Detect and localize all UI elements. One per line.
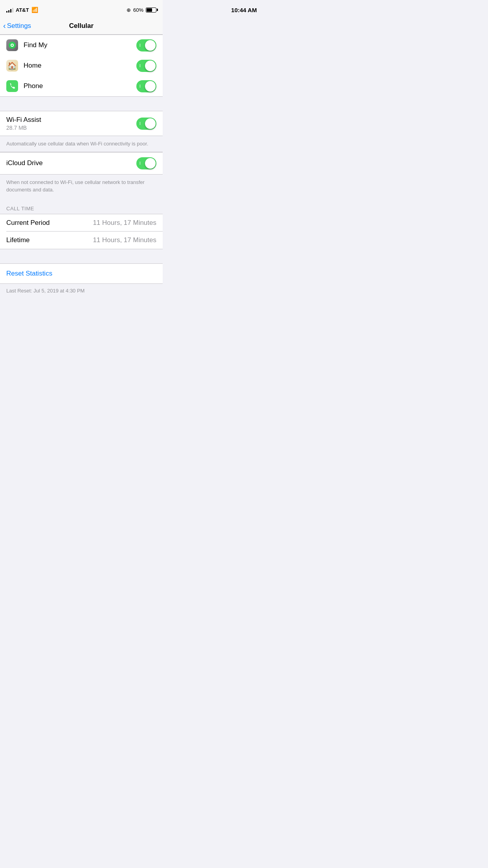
phone-toggle[interactable] bbox=[136, 80, 156, 92]
call-time-section: Current Period 11 Hours, 17 Minutes Life… bbox=[0, 214, 163, 249]
call-time-header: CALL TIME bbox=[0, 198, 163, 214]
toggle-thumb bbox=[145, 40, 156, 51]
home-icon: 🏠 bbox=[6, 60, 18, 72]
wifi-icon: 📶 bbox=[31, 7, 38, 13]
back-label: Settings bbox=[7, 22, 31, 30]
wifi-assist-text: Wi-Fi Assist 28.7 MB bbox=[6, 116, 136, 131]
wifi-assist-title: Wi-Fi Assist bbox=[6, 116, 136, 124]
wifi-assist-row: Wi-Fi Assist 28.7 MB bbox=[0, 111, 163, 136]
find-my-label: Find My bbox=[24, 41, 136, 49]
toggle-thumb bbox=[145, 118, 156, 129]
icloud-drive-description: When not connected to Wi-Fi, use cellula… bbox=[0, 175, 163, 198]
lifetime-row: Lifetime 11 Hours, 17 Minutes bbox=[0, 232, 163, 249]
content: Find My 🏠 Home Phone bbox=[0, 35, 163, 298]
back-button[interactable]: ‹ Settings bbox=[3, 22, 31, 30]
home-label: Home bbox=[24, 62, 136, 70]
toggle-thumb bbox=[145, 61, 156, 71]
battery-icon bbox=[146, 7, 156, 13]
last-reset-label: Last Reset: Jul 5, 2019 at 4:30 PM bbox=[0, 284, 163, 298]
toggle-thumb bbox=[145, 158, 156, 169]
status-bar: AT&T 📶 10:44 AM ⊕ 60% bbox=[0, 0, 163, 17]
icloud-drive-label: iCloud Drive bbox=[6, 159, 136, 167]
current-period-row: Current Period 11 Hours, 17 Minutes bbox=[0, 214, 163, 232]
nav-bar: ‹ Settings Cellular bbox=[0, 17, 163, 35]
status-right: ⊕ 60% bbox=[127, 7, 156, 13]
list-item: Phone bbox=[0, 76, 163, 96]
app-toggle-list: Find My 🏠 Home Phone bbox=[0, 35, 163, 97]
battery-percent: 60% bbox=[133, 7, 143, 13]
wifi-assist-toggle[interactable] bbox=[136, 118, 156, 130]
phone-label: Phone bbox=[24, 82, 136, 90]
find-my-icon bbox=[6, 39, 18, 51]
current-period-value: 11 Hours, 17 Minutes bbox=[93, 219, 156, 227]
chevron-left-icon: ‹ bbox=[3, 22, 6, 29]
svg-point-2 bbox=[11, 44, 13, 46]
wifi-assist-description: Automatically use cellular data when Wi-… bbox=[0, 136, 163, 152]
wifi-assist-data-usage: 28.7 MB bbox=[6, 125, 136, 131]
reset-statistics-button[interactable]: Reset Statistics bbox=[0, 264, 163, 283]
icloud-drive-row: iCloud Drive bbox=[0, 152, 163, 175]
home-toggle[interactable] bbox=[136, 60, 156, 72]
status-left: AT&T 📶 bbox=[6, 7, 38, 13]
section-gap bbox=[0, 97, 163, 111]
screen-time-icon: ⊕ bbox=[127, 7, 131, 13]
toggle-thumb bbox=[145, 81, 156, 92]
page-title: Cellular bbox=[69, 22, 94, 30]
reset-section: Reset Statistics bbox=[0, 263, 163, 284]
lifetime-value: 11 Hours, 17 Minutes bbox=[93, 236, 156, 244]
carrier-label: AT&T bbox=[16, 7, 29, 13]
signal-bars-icon bbox=[6, 7, 13, 13]
find-my-toggle[interactable] bbox=[136, 39, 156, 51]
icloud-drive-toggle[interactable] bbox=[136, 157, 156, 169]
phone-icon bbox=[6, 80, 18, 92]
current-period-label: Current Period bbox=[6, 219, 93, 227]
list-item: 🏠 Home bbox=[0, 55, 163, 76]
lifetime-label: Lifetime bbox=[6, 236, 93, 244]
list-item: Find My bbox=[0, 35, 163, 55]
